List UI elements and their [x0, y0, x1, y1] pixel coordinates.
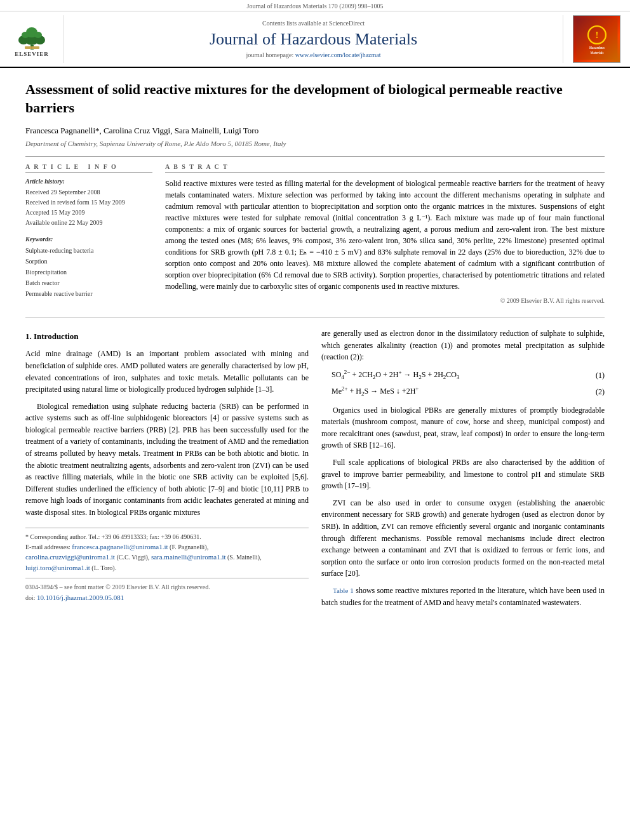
keyword-4: Batch reactor [25, 277, 152, 288]
authors: Francesca Pagnanelli*, Carolina Cruz Vig… [25, 126, 605, 136]
email-4[interactable]: luigi.toro@uniroma1.it [25, 564, 90, 571]
info-abstract-section: A R T I C L E I N F O Article history: R… [25, 163, 605, 307]
eq1-sub3: 2 [419, 374, 422, 380]
date-accepted: Accepted 15 May 2009 [25, 208, 152, 218]
copyright: © 2009 Elsevier B.V. All rights reserved… [165, 297, 605, 304]
section-1-title: 1. Introduction [25, 330, 309, 343]
journal-citation: Journal of Hazardous Materials 170 (2009… [247, 3, 384, 10]
equation-2: Me2+ + H2S → MeS ↓ +2H+ [332, 385, 586, 399]
body-right-para-5: Table 1 shows some reactive mixtures rep… [321, 585, 605, 608]
email-2[interactable]: carolina.cruzviggi@uniroma1.it [25, 553, 115, 561]
keyword-2: Sorption [25, 256, 152, 267]
svg-point-6 [34, 32, 42, 38]
divider-1 [25, 156, 605, 157]
svg-rect-7 [25, 46, 39, 49]
body-right-para-2: Organics used in biological PBRs are gen… [321, 404, 605, 451]
equation-1: SO42− + 2CH2O + 2H+ → H2S + 2H2CO3 [332, 368, 586, 382]
article-title: Assessment of solid reactive mixtures fo… [25, 81, 605, 117]
eq-number-2: (2) [586, 386, 605, 398]
keyword-1: Sulphate-reducing bacteria [25, 245, 152, 256]
elsevier-logo-area: ELSEVIER [6, 15, 57, 63]
body-two-col: 1. Introduction Acid mine drainage (AMD)… [25, 328, 605, 613]
eq1-sup1: 2− [344, 369, 351, 375]
sciencedirect-line: Contents lists available at ScienceDirec… [262, 20, 365, 27]
keywords-label: Keywords: [25, 236, 152, 243]
body-para-2: Biological remediation using sulphate re… [25, 401, 309, 519]
article-content: Assessment of solid reactive mixtures fo… [0, 68, 630, 626]
email-3[interactable]: sara.mainelli@uniroma1.it [151, 553, 226, 561]
article-info-header: A R T I C L E I N F O [25, 163, 152, 173]
body-right-col: are generally used as electron donor in … [321, 328, 605, 613]
equations: SO42− + 2CH2O + 2H+ → H2S + 2H2CO3 (1) M… [332, 368, 605, 399]
journal-cover-area: ! Hazardous Materials [570, 15, 624, 63]
svg-point-5 [22, 32, 29, 38]
body-para-1: Acid mine drainage (AMD) is an important… [25, 348, 309, 395]
issn-text: 0304-3894/$ – see front matter © 2009 El… [25, 582, 210, 592]
elsevier-tree-icon [15, 21, 50, 50]
email-3-author: (S. Mainelli), [227, 554, 262, 561]
eq1-sub4: 2 [443, 374, 446, 380]
email-2-author: (C.C. Viggi), [116, 554, 151, 561]
email-4-author: (L. Toro). [91, 564, 116, 571]
homepage-label: journal homepage: [246, 51, 293, 58]
doi-label: doi: [25, 594, 36, 601]
article-dates: Received 29 September 2008 Received in r… [25, 187, 152, 228]
email-2-line: carolina.cruzviggi@uniroma1.it (C.C. Vig… [25, 552, 309, 563]
svg-text:!: ! [595, 30, 598, 40]
article-info-section: A R T I C L E I N F O Article history: R… [25, 163, 152, 228]
email-label: E-mail addresses: [25, 543, 70, 550]
keywords-list: Sulphate-reducing bacteria Sorption Biop… [25, 245, 152, 299]
body-left-col: 1. Introduction Acid mine drainage (AMD)… [25, 328, 309, 613]
abstract-header: A B S T R A C T [165, 163, 605, 173]
article-info-column: A R T I C L E I N F O Article history: R… [25, 163, 152, 307]
svg-text:Hazardous: Hazardous [589, 46, 605, 50]
doi-link[interactable]: 10.1016/j.jhazmat.2009.05.081 [37, 594, 124, 601]
eq2-sup1: 2+ [342, 385, 348, 392]
eq1-sub2: 2 [373, 374, 376, 380]
date-revised: Received in revised form 15 May 2009 [25, 197, 152, 208]
equation-2-row: Me2+ + H2S → MeS ↓ +2H+ (2) [332, 385, 605, 399]
elsevier-logo: ELSEVIER [6, 17, 57, 62]
date-received: Received 29 September 2008 [25, 187, 152, 197]
journal-cover-image: ! Hazardous Materials [573, 15, 620, 63]
eq1-sup2: + [398, 369, 401, 375]
eq2-sub1: 2 [361, 391, 365, 397]
journal-header: ELSEVIER Contents lists available at Sci… [0, 11, 630, 68]
table-1-link[interactable]: Table 1 [333, 587, 354, 594]
body-right-para-4: ZVI can be also used in order to consume… [321, 497, 605, 580]
doi-text: doi: 10.1016/j.jhazmat.2009.05.081 [25, 592, 210, 603]
cover-graphic: ! Hazardous Materials [575, 18, 619, 60]
eq-number-1: (1) [586, 370, 605, 382]
body-right-para-1: are generally used as electron donor in … [321, 328, 605, 363]
history-label: Article history: [25, 178, 152, 185]
body-right-para-3: Full scale applications of biological PR… [321, 457, 605, 492]
journal-title: Journal of Hazardous Materials [210, 29, 417, 49]
svg-text:Materials: Materials [590, 51, 603, 55]
equation-1-row: SO42− + 2CH2O + 2H+ → H2S + 2H2CO3 (1) [332, 368, 605, 382]
journal-homepage: journal homepage: www.elsevier.com/locat… [246, 51, 380, 58]
email-4-line: luigi.toro@uniroma1.it (L. Toro). [25, 563, 309, 573]
keyword-3: Bioprecipitation [25, 267, 152, 277]
email-label-note: E-mail addresses: francesca.pagnanelli@u… [25, 542, 309, 552]
body-content: 1. Introduction Acid mine drainage (AMD)… [25, 328, 605, 613]
email-1-author: (F. Pagnanelli), [170, 543, 208, 550]
affiliation: Department of Chemistry, Sapienza Univer… [25, 140, 605, 147]
eq2-sup2: + [415, 385, 419, 392]
elsevier-label: ELSEVIER [15, 51, 49, 57]
body-right-para-5-text: shows some reactive mixtures reported in… [321, 586, 605, 607]
top-bar: Journal of Hazardous Materials 170 (2009… [0, 0, 630, 11]
keywords-section: Keywords: Sulphate-reducing bacteria Sor… [25, 236, 152, 299]
bottom-bar: 0304-3894/$ – see front matter © 2009 El… [25, 578, 309, 607]
corresponding-author-note: * Corresponding author. Tel.: +39 06 499… [25, 532, 309, 542]
abstract-column: A B S T R A C T Solid reactive mixtures … [165, 163, 605, 307]
footnote-area: * Corresponding author. Tel.: +39 06 499… [25, 528, 309, 573]
sciencedirect-prefix: Contents lists available at ScienceDirec… [262, 20, 365, 27]
homepage-url[interactable]: www.elsevier.com/locate/jhazmat [295, 51, 381, 58]
authors-text: Francesca Pagnanelli*, Carolina Cruz Vig… [25, 126, 258, 135]
email-1[interactable]: francesca.pagnanelli@uniroma1.it [72, 543, 168, 550]
abstract-text: Solid reactive mixtures were tested as f… [165, 178, 605, 292]
keyword-5: Permeable reactive barrier [25, 288, 152, 299]
eq1-sub5: 3 [457, 374, 460, 380]
journal-title-area: Contents lists available at ScienceDirec… [64, 15, 563, 63]
issn-line: 0304-3894/$ – see front matter © 2009 El… [25, 582, 210, 603]
